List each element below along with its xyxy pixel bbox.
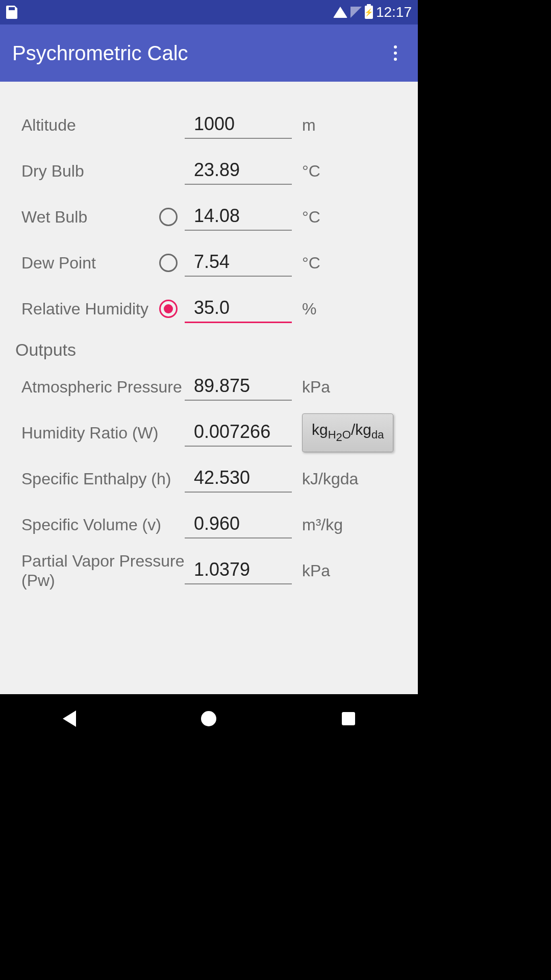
specific-enthalpy-value: 42.530 (194, 467, 250, 488)
altitude-label: Altitude (14, 115, 152, 135)
sd-card-icon (6, 6, 17, 19)
row-partial-vapor: Partial Vapor Pressure (Pw) 1.0379 kPa (14, 548, 404, 594)
humidity-ratio-output: 0.007266 (185, 419, 292, 447)
battery-charging-icon (365, 6, 373, 19)
altitude-input[interactable] (185, 111, 292, 139)
wet-bulb-radio-cell (152, 208, 185, 226)
row-dew-point: Dew Point °C (14, 240, 404, 286)
dew-point-label: Dew Point (14, 253, 152, 273)
relative-humidity-radio-cell (152, 300, 185, 318)
atm-pressure-value: 89.875 (194, 375, 250, 396)
wet-bulb-label: Wet Bulb (14, 207, 152, 227)
row-atm-pressure: Atmospheric Pressure 89.875 kPa (14, 364, 404, 410)
row-relative-humidity: Relative Humidity % (14, 286, 404, 332)
screen: 12:17 Psychrometric Calc Altitude m Dry … (0, 0, 418, 743)
relative-humidity-radio[interactable] (159, 300, 178, 318)
atm-pressure-output: 89.875 (185, 373, 292, 401)
relative-humidity-input[interactable] (185, 295, 292, 323)
wet-bulb-value[interactable] (194, 205, 292, 227)
row-humidity-ratio: Humidity Ratio (W) 0.007266 kgH2O/kgda (14, 410, 404, 456)
partial-vapor-output: 1.0379 (185, 557, 292, 584)
atm-pressure-unit: kPa (292, 378, 404, 397)
status-left (6, 6, 17, 19)
humidity-ratio-value: 0.007266 (194, 421, 270, 442)
specific-enthalpy-output: 42.530 (185, 465, 292, 493)
content: Altitude m Dry Bulb °C Wet Bulb °C (0, 82, 418, 694)
wet-bulb-unit: °C (292, 208, 404, 227)
humidity-ratio-unit-cell: kgH2O/kgda (292, 413, 404, 452)
wet-bulb-radio[interactable] (159, 208, 178, 226)
dry-bulb-input[interactable] (185, 157, 292, 185)
partial-vapor-label: Partial Vapor Pressure (Pw) (14, 551, 185, 591)
dew-point-unit: °C (292, 254, 404, 273)
recent-icon (342, 712, 355, 725)
specific-volume-value: 0.960 (194, 513, 240, 534)
relative-humidity-value[interactable] (194, 297, 292, 318)
specific-volume-unit: m³/kg (292, 516, 404, 534)
wet-bulb-input[interactable] (185, 203, 292, 231)
humidity-ratio-unit-button[interactable]: kgH2O/kgda (302, 413, 393, 452)
dew-point-radio[interactable] (159, 254, 178, 272)
nav-back-button[interactable] (63, 710, 76, 727)
partial-vapor-unit: kPa (292, 561, 404, 580)
row-dry-bulb: Dry Bulb °C (14, 148, 404, 194)
relative-humidity-label: Relative Humidity (14, 299, 152, 318)
partial-vapor-value: 1.0379 (194, 559, 250, 580)
dew-point-radio-cell (152, 254, 185, 272)
status-right: 12:17 (333, 4, 412, 20)
nav-bar (0, 694, 418, 743)
app-bar: Psychrometric Calc (0, 24, 418, 82)
status-time: 12:17 (376, 4, 412, 20)
signal-icon (350, 7, 362, 18)
relative-humidity-unit: % (292, 300, 404, 318)
status-bar: 12:17 (0, 0, 418, 24)
specific-volume-output: 0.960 (185, 511, 292, 538)
specific-enthalpy-label: Specific Enthalpy (h) (14, 469, 185, 488)
app-title: Psychrometric Calc (12, 42, 188, 65)
specific-volume-label: Specific Volume (v) (14, 515, 185, 534)
row-specific-enthalpy: Specific Enthalpy (h) 42.530 kJ/kgda (14, 456, 404, 502)
back-icon (63, 710, 76, 727)
row-specific-volume: Specific Volume (v) 0.960 m³/kg (14, 502, 404, 548)
wifi-icon (333, 7, 347, 18)
humidity-ratio-label: Humidity Ratio (W) (14, 423, 185, 443)
home-icon (201, 711, 216, 726)
dew-point-value[interactable] (194, 251, 292, 273)
nav-home-button[interactable] (201, 711, 216, 726)
dew-point-input[interactable] (185, 249, 292, 277)
row-wet-bulb: Wet Bulb °C (14, 194, 404, 240)
radio-selected-icon (164, 304, 173, 313)
dry-bulb-label: Dry Bulb (14, 161, 152, 181)
row-altitude: Altitude m (14, 102, 404, 148)
atm-pressure-label: Atmospheric Pressure (14, 377, 185, 397)
altitude-unit: m (292, 116, 404, 135)
outputs-heading: Outputs (14, 332, 404, 364)
specific-enthalpy-unit: kJ/kgda (292, 470, 404, 488)
more-vert-icon (394, 52, 397, 55)
altitude-value[interactable] (194, 113, 292, 135)
more-options-button[interactable] (385, 39, 406, 67)
nav-recent-button[interactable] (342, 712, 355, 725)
dry-bulb-value[interactable] (194, 159, 292, 181)
dry-bulb-unit: °C (292, 162, 404, 181)
